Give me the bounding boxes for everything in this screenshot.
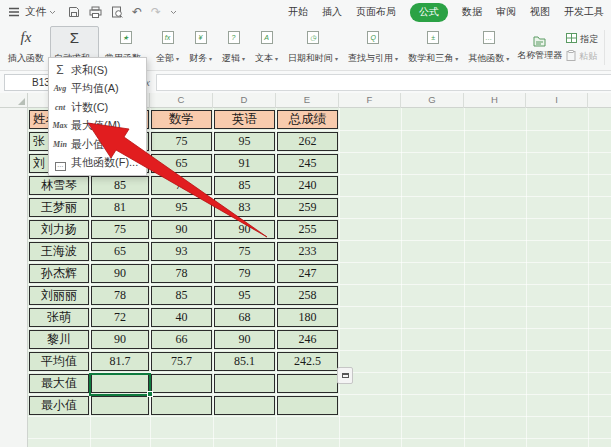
tab-视图[interactable]: 视图 (530, 5, 550, 19)
cell-D3[interactable]: 91 (214, 154, 275, 173)
menu-item-平均值(A)[interactable]: Avg平均值(A) (49, 80, 146, 99)
table-options-float-button[interactable] (337, 367, 353, 384)
cell-D8[interactable]: 79 (214, 264, 275, 283)
cell-A6[interactable]: 刘力扬 (29, 220, 89, 239)
cell-C7[interactable]: 93 (151, 242, 212, 261)
cell-A13[interactable]: 最大值 (29, 374, 89, 393)
cell-C8[interactable]: 78 (151, 264, 212, 283)
cell-B11[interactable]: 90 (91, 330, 149, 349)
cell-E11[interactable]: 246 (277, 330, 338, 349)
cell-E7[interactable]: 233 (277, 242, 338, 261)
cell-C3[interactable]: 65 (151, 154, 212, 173)
col-header-I[interactable]: I (526, 93, 588, 108)
tab-开发工具[interactable]: 开发工具 (564, 5, 604, 19)
cell-E3[interactable]: 245 (277, 154, 338, 173)
cell-C11[interactable]: 66 (151, 330, 212, 349)
cell-B12[interactable]: 81.7 (91, 352, 149, 371)
全部-button[interactable]: fx全部▾ (152, 26, 183, 69)
cell-D11[interactable]: 90 (214, 330, 275, 349)
col-header-E[interactable]: E (276, 93, 339, 108)
cell-E4[interactable]: 240 (277, 176, 338, 195)
undo-icon[interactable]: ↶ (132, 6, 142, 18)
cell-B4[interactable]: 85 (91, 176, 149, 195)
cell-E6[interactable]: 255 (277, 220, 338, 239)
文本-button[interactable]: A文本▾ (251, 26, 282, 69)
cell-A11[interactable]: 黎川 (29, 330, 89, 349)
cell-C2[interactable]: 75 (151, 132, 212, 151)
cell-D9[interactable]: 95 (214, 286, 275, 305)
print-preview-icon[interactable] (111, 6, 123, 18)
cell-B9[interactable]: 78 (91, 286, 149, 305)
tab-插入[interactable]: 插入 (322, 5, 342, 19)
tab-数据[interactable]: 数据 (462, 5, 482, 19)
tab-页面布局[interactable]: 页面布局 (356, 5, 396, 19)
cell-D4[interactable]: 85 (214, 176, 275, 195)
cell-C10[interactable]: 40 (151, 308, 212, 327)
cell-E5[interactable]: 259 (277, 198, 338, 217)
查找与引用-button[interactable]: Q查找与引用▾ (344, 26, 402, 69)
tab-审阅[interactable]: 审阅 (496, 5, 516, 19)
cell-E13[interactable] (277, 374, 338, 393)
cell-D1[interactable]: 英语 (214, 110, 275, 129)
col-header-G[interactable]: G (401, 93, 464, 108)
cell-C13[interactable] (151, 374, 212, 393)
cell-C5[interactable]: 95 (151, 198, 212, 217)
指定-button[interactable]: 指定 (566, 33, 598, 46)
menu-item-其他函数(F)...[interactable]: ⋯其他函数(F)... (49, 154, 146, 173)
select-all-corner[interactable] (0, 93, 28, 108)
cell-A10[interactable]: 张萌 (29, 308, 89, 327)
selected-cell-outline[interactable] (89, 373, 151, 396)
menu-item-最大值(M)[interactable]: Max最大值(M) (49, 117, 146, 136)
cell-C14[interactable] (151, 396, 212, 415)
cell-D12[interactable]: 85.1 (214, 352, 275, 371)
cell-C4[interactable]: 70 (151, 176, 212, 195)
cell-D7[interactable]: 75 (214, 242, 275, 261)
col-header-C[interactable]: C (150, 93, 213, 108)
日期和时间-button[interactable]: ◷日期和时间▾ (284, 26, 342, 69)
col-header-H[interactable]: H (464, 93, 526, 108)
cell-D6[interactable]: 90 (214, 220, 275, 239)
cell-C9[interactable]: 85 (151, 286, 212, 305)
财务-button[interactable]: ¥财务▾ (185, 26, 216, 69)
数学和三角-button[interactable]: ±数学和三角▾ (404, 26, 462, 69)
cell-C1[interactable]: 数学 (151, 110, 212, 129)
cell-E8[interactable]: 247 (277, 264, 338, 283)
cell-E1[interactable]: 总成绩 (277, 110, 338, 129)
more-commands-icon[interactable] (170, 10, 177, 15)
cell-E9[interactable]: 258 (277, 286, 338, 305)
col-header-F[interactable]: F (339, 93, 401, 108)
cell-D2[interactable]: 95 (214, 132, 275, 151)
redo-icon[interactable]: ↷ (151, 6, 161, 18)
cell-C6[interactable]: 90 (151, 220, 212, 239)
cell-D13[interactable] (214, 374, 275, 393)
col-header-D[interactable]: D (213, 93, 276, 108)
cell-E12[interactable]: 242.5 (277, 352, 338, 371)
cell-C12[interactable]: 75.7 (151, 352, 212, 371)
name-manager-button[interactable]: 名称管理器 (513, 29, 566, 66)
cell-A8[interactable]: 孙杰辉 (29, 264, 89, 283)
file-menu-chevron-icon[interactable] (49, 10, 56, 15)
逻辑-button[interactable]: ?逻辑▾ (218, 26, 249, 69)
其他函数-button[interactable]: …其他函数▾ (464, 26, 513, 69)
cell-B8[interactable]: 90 (91, 264, 149, 283)
cell-E10[interactable]: 180 (277, 308, 338, 327)
cell-A5[interactable]: 王梦丽 (29, 198, 89, 217)
cell-B5[interactable]: 81 (91, 198, 149, 217)
cell-E14[interactable] (277, 396, 338, 415)
cell-A14[interactable]: 最小值 (29, 396, 89, 415)
cell-E2[interactable]: 262 (277, 132, 338, 151)
fill-handle[interactable] (147, 391, 153, 397)
cell-A4[interactable]: 林雪琴 (29, 176, 89, 195)
cell-B14[interactable] (91, 396, 149, 415)
file-menu[interactable]: 文件 (25, 5, 46, 19)
cell-A12[interactable]: 平均值 (29, 352, 89, 371)
menu-item-求和(S)[interactable]: Σ求和(S) (49, 61, 146, 80)
插入函数-button[interactable]: fx插入函数 (4, 26, 48, 69)
cell-D5[interactable]: 83 (214, 198, 275, 217)
cell-B6[interactable]: 75 (91, 220, 149, 239)
cell-B7[interactable]: 65 (91, 242, 149, 261)
save-icon[interactable] (68, 6, 80, 18)
formula-input[interactable] (156, 74, 611, 91)
tab-公式[interactable]: 公式 (410, 3, 448, 22)
cell-A9[interactable]: 刘丽丽 (29, 286, 89, 305)
